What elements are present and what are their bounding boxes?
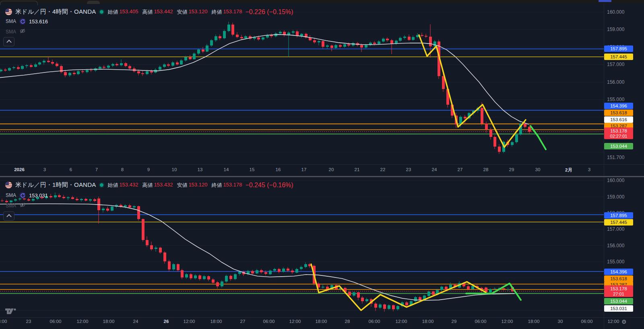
- time-label: 12:00: [608, 319, 619, 324]
- ohlc-pair: 安値153.120: [177, 8, 207, 16]
- candle: [181, 269, 184, 279]
- chevron-up-icon: [6, 40, 12, 45]
- eye-off-icon[interactable]: [19, 28, 26, 35]
- change-readout-1h: −0.245 (−0.16%): [245, 182, 293, 189]
- candle: [353, 292, 355, 297]
- candle: [12, 66, 15, 70]
- price-tick: 151.700: [607, 155, 624, 160]
- candle: [240, 35, 243, 40]
- pane-divider[interactable]: [0, 176, 644, 177]
- price-flag: 153.17802:27:01: [604, 128, 633, 139]
- candle: [326, 44, 329, 49]
- price-flag[interactable]: 157.895: [604, 46, 633, 52]
- candle: [56, 62, 58, 67]
- candle: [485, 122, 488, 132]
- zigzag-line[interactable]: [419, 35, 526, 147]
- collapse-pane-button-1h[interactable]: [3, 211, 14, 221]
- collapse-pane-button-4h[interactable]: [3, 37, 14, 46]
- candle: [308, 263, 311, 268]
- candle: [390, 39, 393, 54]
- sma-line[interactable]: [0, 35, 528, 124]
- candle: [227, 22, 230, 32]
- time-label: 12:00: [289, 319, 301, 324]
- candle: [94, 67, 97, 72]
- time-label: 6: [70, 167, 72, 172]
- time-label: 15: [250, 167, 255, 172]
- candle: [291, 269, 294, 274]
- candle: [357, 292, 360, 300]
- candle: [168, 260, 171, 271]
- candle: [30, 64, 33, 68]
- candle: [137, 206, 140, 221]
- candle: [116, 62, 118, 66]
- price-flag[interactable]: 153.044: [604, 143, 633, 149]
- candle: [399, 37, 402, 42]
- axis-settings-gear-icon[interactable]: ⚙: [621, 319, 627, 325]
- price-tick: 159.000: [607, 27, 624, 32]
- time-label: 21: [355, 167, 360, 172]
- candle: [225, 275, 228, 283]
- sma-indicator-row-4h[interactable]: SMA 153.616: [6, 18, 48, 25]
- candle: [47, 57, 50, 63]
- symbol-title-1h[interactable]: 米ドル／円・1時間・OANDA: [15, 181, 96, 189]
- candle: [58, 194, 61, 198]
- candle: [511, 141, 514, 147]
- sma-indicator-row-1h[interactable]: SMA 153.031: [6, 192, 48, 199]
- time-label: 14: [224, 167, 229, 172]
- time-label: 18:00: [211, 319, 222, 324]
- sma-line[interactable]: [0, 204, 514, 300]
- candle: [73, 71, 76, 75]
- candle: [395, 40, 398, 45]
- time-label: 06:00: [263, 319, 275, 324]
- sync-icon: [19, 18, 26, 25]
- candle: [111, 206, 114, 212]
- candle: [498, 144, 501, 154]
- candle: [133, 67, 136, 72]
- price-flag[interactable]: 153.618: [604, 110, 633, 116]
- time-label: 12:00: [184, 319, 195, 324]
- price-flag[interactable]: 157.445: [604, 54, 633, 60]
- candle: [507, 288, 510, 291]
- sma-label: SMA: [6, 29, 16, 35]
- candle: [155, 246, 157, 252]
- candle: [128, 64, 131, 70]
- ohlc-pair: 高値153.442: [142, 8, 173, 16]
- price-flag[interactable]: 157.445: [604, 219, 633, 226]
- candle: [163, 63, 166, 68]
- candle: [159, 66, 161, 71]
- tradingview-logo[interactable]: [5, 307, 17, 317]
- candle: [128, 204, 131, 208]
- candle: [304, 263, 307, 269]
- symbol-title-4h[interactable]: 米ドル／円・4時間・OANDA: [15, 8, 96, 16]
- price-flag[interactable]: 157.895: [604, 212, 633, 219]
- chart-pane-1h[interactable]: [0, 180, 604, 312]
- sma-hidden-row-4h[interactable]: SMA: [6, 28, 26, 35]
- candle: [197, 48, 200, 55]
- chart-pane-4h[interactable]: [0, 12, 604, 154]
- candle: [318, 40, 320, 46]
- candle: [93, 198, 96, 202]
- ohlc-pair: 終値153.178: [211, 182, 242, 189]
- chevron-up-icon: [6, 214, 12, 219]
- time-label: 27: [240, 319, 246, 324]
- price-tick: 155.000: [607, 259, 624, 265]
- candle: [262, 37, 264, 41]
- candle: [172, 263, 175, 271]
- time-label: 12:00: [396, 319, 407, 324]
- price-flag[interactable]: 153.044: [604, 298, 633, 304]
- ohlc-pair: 終値153.178: [211, 8, 242, 16]
- candle: [180, 59, 183, 65]
- candle: [223, 29, 226, 39]
- candle: [231, 23, 234, 36]
- candle: [221, 280, 223, 288]
- price-flag[interactable]: 154.396: [604, 103, 633, 109]
- price-flag[interactable]: 154.396: [604, 269, 633, 275]
- candle: [247, 270, 250, 275]
- time-axis-border-1h: [0, 317, 644, 318]
- price-flag[interactable]: 153.618: [604, 275, 633, 282]
- sma-hidden-row-1h[interactable]: SMA: [6, 202, 26, 209]
- candle: [300, 266, 303, 271]
- price-tick: 155.000: [607, 97, 624, 102]
- candle: [159, 247, 162, 254]
- eye-off-icon[interactable]: [19, 202, 26, 209]
